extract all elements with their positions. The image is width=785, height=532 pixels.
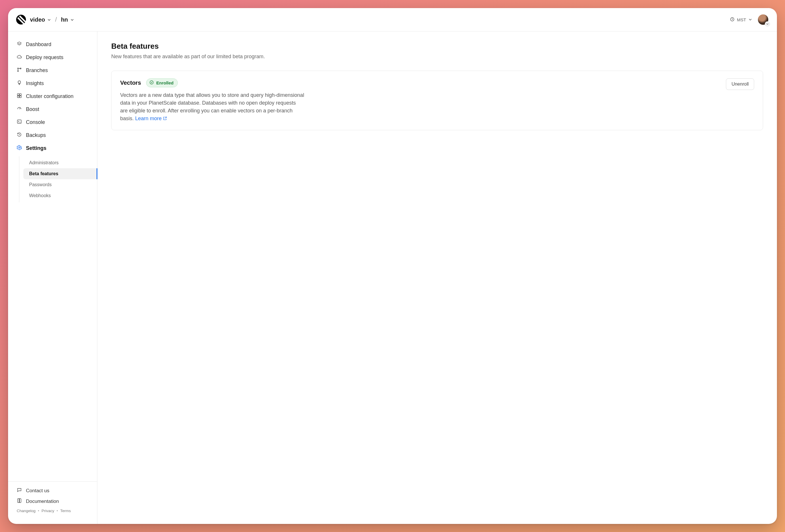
page-subtitle: New features that are available as part … <box>111 54 763 60</box>
subnav-item-label: Administrators <box>29 160 58 165</box>
chevron-down-icon <box>47 17 51 23</box>
legal-links: Changelog • Privacy • Terms <box>17 509 88 513</box>
sidebar-item-label: Dashboard <box>26 42 51 48</box>
branch-icon <box>17 67 22 74</box>
sidebar-item-backups[interactable]: Backups <box>8 129 97 142</box>
svg-rect-6 <box>17 96 19 98</box>
separator-dot: • <box>56 509 58 513</box>
org-switcher[interactable]: video <box>30 17 51 23</box>
sidebar-item-label: Insights <box>26 80 44 86</box>
sidebar-footer: Contact us Documentation Changelog • Pri… <box>8 481 97 518</box>
separator-dot: • <box>38 509 39 513</box>
subnav-item-passwords[interactable]: Passwords <box>23 179 97 190</box>
database-name: hn <box>61 17 68 23</box>
user-menu[interactable] <box>758 15 768 25</box>
terms-link[interactable]: Terms <box>60 509 71 513</box>
timezone-label: MST <box>737 17 746 22</box>
svg-point-10 <box>150 81 153 84</box>
svg-rect-5 <box>20 94 21 95</box>
changelog-link[interactable]: Changelog <box>17 509 35 513</box>
gear-icon <box>17 145 22 152</box>
subnav-item-administrators[interactable]: Administrators <box>23 157 97 168</box>
sidebar-item-insights[interactable]: Insights <box>8 77 97 90</box>
cloud-icon <box>17 54 22 61</box>
main-content: Beta features New features that are avai… <box>97 31 777 524</box>
settings-subnav: Administrators Beta features Passwords W… <box>19 156 97 202</box>
subnav-item-beta-features[interactable]: Beta features <box>23 168 97 179</box>
learn-more-link[interactable]: Learn more <box>135 116 167 121</box>
cluster-icon <box>17 93 22 100</box>
chevron-down-icon <box>765 21 770 26</box>
subnav-item-label: Webhooks <box>29 193 51 198</box>
lightbulb-icon <box>17 80 22 87</box>
feature-description: Vectors are a new data type that allows … <box>120 91 305 123</box>
chevron-down-icon <box>749 17 752 22</box>
feature-title: Vectors <box>120 79 141 86</box>
sidebar-item-branches[interactable]: Branches <box>8 64 97 77</box>
gauge-icon <box>17 106 22 113</box>
feature-card-vectors: Vectors Enrolled Vectors are a new data … <box>111 71 763 130</box>
svg-point-9 <box>19 147 20 148</box>
svg-point-1 <box>18 68 19 69</box>
sidebar-item-dashboard[interactable]: Dashboard <box>8 38 97 51</box>
clock-icon <box>730 17 735 23</box>
unenroll-button[interactable]: Unenroll <box>726 78 754 90</box>
external-link-icon <box>162 116 167 121</box>
svg-rect-8 <box>17 120 21 123</box>
header: video / hn MST <box>8 8 777 31</box>
subnav-item-webhooks[interactable]: Webhooks <box>23 190 97 201</box>
privacy-link[interactable]: Privacy <box>42 509 54 513</box>
sidebar-item-deploy-requests[interactable]: Deploy requests <box>8 51 97 64</box>
terminal-icon <box>17 119 22 126</box>
enrolled-badge-label: Enrolled <box>156 80 174 85</box>
svg-rect-4 <box>17 94 19 95</box>
timezone-switcher[interactable]: MST <box>730 17 752 23</box>
sidebar-item-cluster-config[interactable]: Cluster configuration <box>8 90 97 103</box>
sidebar-item-label: Console <box>26 119 45 125</box>
database-switcher[interactable]: hn <box>61 17 74 23</box>
primary-nav: Dashboard Deploy requests <box>8 38 97 154</box>
breadcrumb-separator: / <box>55 16 57 23</box>
sidebar-item-label: Cluster configuration <box>26 93 74 99</box>
sidebar-item-label: Backups <box>26 132 46 138</box>
subnav-item-label: Beta features <box>29 171 58 176</box>
book-icon <box>17 498 22 505</box>
sidebar-item-label: Branches <box>26 68 48 74</box>
sidebar-item-label: Boost <box>26 106 39 112</box>
body: Dashboard Deploy requests <box>8 31 777 524</box>
sidebar-item-console[interactable]: Console <box>8 116 97 129</box>
chevron-down-icon <box>70 17 74 23</box>
header-right: MST <box>730 15 768 25</box>
sidebar-item-label: Settings <box>26 145 46 151</box>
svg-rect-7 <box>20 96 21 98</box>
history-icon <box>17 132 22 138</box>
contact-us-label: Contact us <box>26 488 49 494</box>
sidebar-item-settings[interactable]: Settings <box>8 142 97 154</box>
brand-logo[interactable] <box>16 15 26 25</box>
layers-icon <box>17 41 22 48</box>
breadcrumbs: video / hn <box>16 15 74 25</box>
subnav-item-label: Passwords <box>29 182 52 187</box>
chat-icon <box>17 487 22 494</box>
org-name: video <box>30 17 45 23</box>
contact-us-link[interactable]: Contact us <box>17 487 88 494</box>
sidebar-item-label: Deploy requests <box>26 54 64 60</box>
check-circle-icon <box>149 80 154 85</box>
documentation-label: Documentation <box>26 499 59 504</box>
sidebar-item-boost[interactable]: Boost <box>8 103 97 116</box>
svg-point-2 <box>18 71 19 72</box>
enrolled-badge: Enrolled <box>146 78 178 87</box>
documentation-link[interactable]: Documentation <box>17 498 88 505</box>
sidebar: Dashboard Deploy requests <box>8 31 97 524</box>
page-title: Beta features <box>111 42 763 51</box>
app-window: video / hn MST <box>8 8 777 524</box>
